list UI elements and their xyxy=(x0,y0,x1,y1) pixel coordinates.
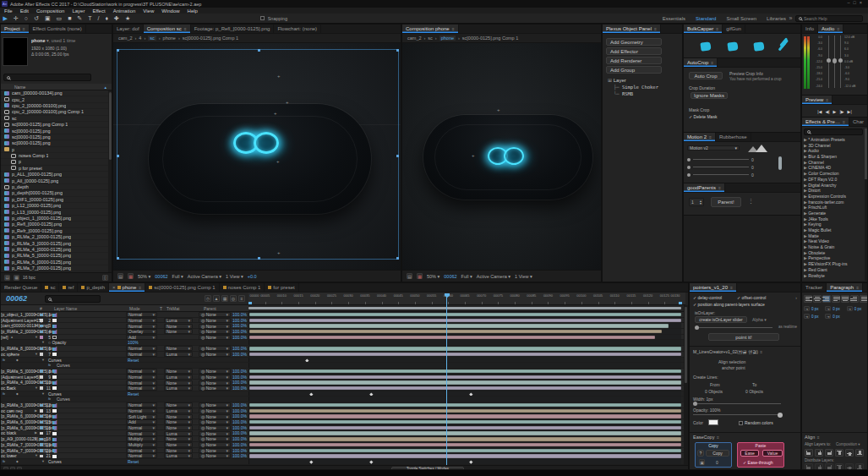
parent-dropdown[interactable]: ◎ None▾ xyxy=(199,414,231,419)
menu-animation[interactable]: Animation xyxy=(113,8,136,14)
expander-icon[interactable]: ▶ xyxy=(35,402,37,408)
align-top-button[interactable] xyxy=(835,449,843,457)
tab-character[interactable]: Char xyxy=(849,118,867,126)
project-item[interactable]: noses Comp 1 xyxy=(1,153,108,159)
tab-motion-rubberhose[interactable]: Rubberhose xyxy=(716,133,751,141)
keyframe-icon[interactable] xyxy=(470,392,473,396)
tool-icon-4[interactable]: ▣ xyxy=(41,15,53,22)
keyframe-navigator-icon[interactable]: ◆ xyxy=(16,358,19,364)
tab-effects-presets[interactable]: Effects & Presets≡ xyxy=(802,118,849,126)
layer-duration-bar[interactable] xyxy=(249,449,681,452)
mode-dropdown[interactable]: Normal▾ xyxy=(126,453,157,458)
stretch-value[interactable]: 100.0% xyxy=(231,419,247,425)
effects-category[interactable]: ▶ Rowbyte xyxy=(804,273,863,279)
panel-menu-icon[interactable]: ≡ xyxy=(843,119,845,124)
stretch-value[interactable]: 100.0% xyxy=(231,329,247,335)
layer-track-lane[interactable] xyxy=(248,312,681,317)
parent-dropdown[interactable]: ◎ None▾ xyxy=(199,408,231,413)
layer-track-lane[interactable] xyxy=(248,430,681,435)
layer-track-lane[interactable] xyxy=(248,329,681,334)
width-slider-track[interactable] xyxy=(693,403,781,404)
layer-track-lane[interactable] xyxy=(248,369,681,374)
project-item[interactable]: sc xyxy=(1,116,108,122)
paragraph-align-button-6[interactable] xyxy=(860,295,868,303)
layer-track-lane[interactable] xyxy=(248,375,681,380)
expander-icon[interactable]: ▶ xyxy=(35,419,37,425)
property-row[interactable]: fxCurves xyxy=(1,363,685,369)
align-h-center-button[interactable] xyxy=(815,463,823,470)
property-row[interactable]: fxCurves xyxy=(1,397,685,402)
parent-dropdown[interactable]: ◎ None▾ xyxy=(199,431,231,436)
video-eye-icon[interactable]: ● xyxy=(11,323,13,329)
linescreator-title[interactable]: M_LinesCreator+v1_02(한글 연결) ≡ xyxy=(693,349,762,354)
layer-row[interactable]: ●▶16[p_RLMa_6_[0000-0125].png]Normal▾Non… xyxy=(1,425,685,431)
expander-icon[interactable]: ▼ xyxy=(35,335,38,341)
layer-duration-bar[interactable] xyxy=(249,313,681,316)
align-right-button[interactable] xyxy=(825,449,833,457)
camera-view-dropdown[interactable]: Active Camera ▾ xyxy=(188,274,221,279)
property-value[interactable]: Reset xyxy=(128,459,139,465)
width-slider-knob[interactable] xyxy=(693,402,697,406)
layer-row[interactable]: ●▶19[p_RLMa_7_[0000-0125].png]Multiply▾N… xyxy=(1,442,685,448)
slider-knob[interactable] xyxy=(687,158,691,161)
layer-name[interactable]: [Adjustment Layer 5] xyxy=(1,375,40,380)
tool-icon-12[interactable]: ★ xyxy=(122,15,133,22)
project-item[interactable]: p_L13_[0000-0125].png xyxy=(1,209,108,215)
panel-menu-icon[interactable]: ≡ xyxy=(730,285,733,290)
expander-icon[interactable]: ▶ xyxy=(35,380,37,386)
create-isonlayer-button[interactable]: create isOnLayer slider xyxy=(695,316,747,323)
layer-duration-bar[interactable] xyxy=(249,347,681,350)
project-item[interactable]: p xyxy=(1,147,108,153)
property-name[interactable]: Curves xyxy=(48,459,62,465)
tool-icon-7[interactable]: ✎ xyxy=(74,15,85,22)
video-eye-icon[interactable]: ● xyxy=(11,329,13,335)
project-item[interactable]: p_RLMa_5_[0000-0125].png xyxy=(1,253,108,259)
expander-icon[interactable]: ▼ xyxy=(35,453,38,459)
trkmat-dropdown[interactable]: Luma▾ xyxy=(164,352,193,357)
video-eye-icon[interactable]: ● xyxy=(11,408,13,414)
tree-expander-icon[interactable]: ⊞ xyxy=(608,78,614,83)
layer-label-chip[interactable] xyxy=(40,438,43,441)
layer-row[interactable]: ●▶4[p_RLMa_2_[0000-0125].png]Overlay▾Non… xyxy=(1,329,685,335)
timeline-tab-sc[interactable]: sc xyxy=(41,283,59,292)
keyframe-icon[interactable] xyxy=(370,392,374,396)
layer-track-lane[interactable] xyxy=(248,425,681,430)
slider-value[interactable]: 0 xyxy=(751,165,754,170)
copy-ease-button[interactable]: Copy xyxy=(706,450,729,457)
parent-dropdown[interactable]: ◎ None▾ xyxy=(199,380,231,386)
menu-view[interactable]: View xyxy=(143,8,154,14)
layer-name-column-header[interactable]: Layer Name xyxy=(54,305,77,312)
layer-label-chip[interactable] xyxy=(40,381,43,385)
mode-dropdown[interactable]: Normal▾ xyxy=(126,425,157,430)
stretch-value[interactable]: 100.0% xyxy=(231,335,247,341)
ease-through-checkbox[interactable]: ✓ Ease-through xyxy=(743,460,773,465)
trkmat-dropdown[interactable]: None▾ xyxy=(164,346,193,351)
trkmat-dropdown[interactable]: None▾ xyxy=(164,419,193,424)
layer-label-chip[interactable] xyxy=(40,336,43,339)
timeline-option-icon[interactable]: ≡ xyxy=(238,295,245,302)
layer-duration-bar[interactable] xyxy=(249,319,681,322)
parent-dropdown[interactable]: ◎ None▾ xyxy=(199,419,231,424)
layer-duration-bar[interactable] xyxy=(249,330,662,333)
trkmat-dropdown[interactable]: None▾ xyxy=(164,369,193,374)
indent-value[interactable]: 0 px xyxy=(833,315,840,319)
mode-dropdown[interactable]: Normal▾ xyxy=(126,318,157,323)
video-eye-icon[interactable]: ● xyxy=(11,335,13,341)
layer-duration-bar[interactable] xyxy=(249,353,681,356)
expander-icon[interactable]: ▶ xyxy=(35,448,37,454)
keyframe-navigator-icon[interactable]: ◆ xyxy=(16,391,19,397)
tool-icon-2[interactable]: ○ xyxy=(21,15,30,21)
layer-duration-bar[interactable] xyxy=(249,403,681,407)
stretch-value[interactable]: 100.0% xyxy=(231,318,247,324)
mode-dropdown[interactable]: Normal▾ xyxy=(126,312,157,317)
opacity-slider-track[interactable] xyxy=(693,414,781,415)
project-item[interactable]: p_ALL_[0000-0125].png xyxy=(1,172,108,178)
effects-category[interactable]: ▶ Magic Bullet xyxy=(804,227,863,233)
viewer-timecode[interactable]: 00062 xyxy=(155,274,167,279)
stretch-value[interactable]: 100.0% xyxy=(231,402,247,408)
panel-menu-icon[interactable]: ≡ xyxy=(709,134,712,140)
position-surface-checkbox[interactable]: ✓ position along parent-layers surface xyxy=(693,302,765,307)
layer-row[interactable]: ●▶1[p_object_1_[0000-0125].png]Normal▾◎ … xyxy=(1,312,685,318)
stretch-value[interactable]: 100.0% xyxy=(231,430,247,436)
layer-name[interactable]: oc lower xyxy=(1,453,17,458)
